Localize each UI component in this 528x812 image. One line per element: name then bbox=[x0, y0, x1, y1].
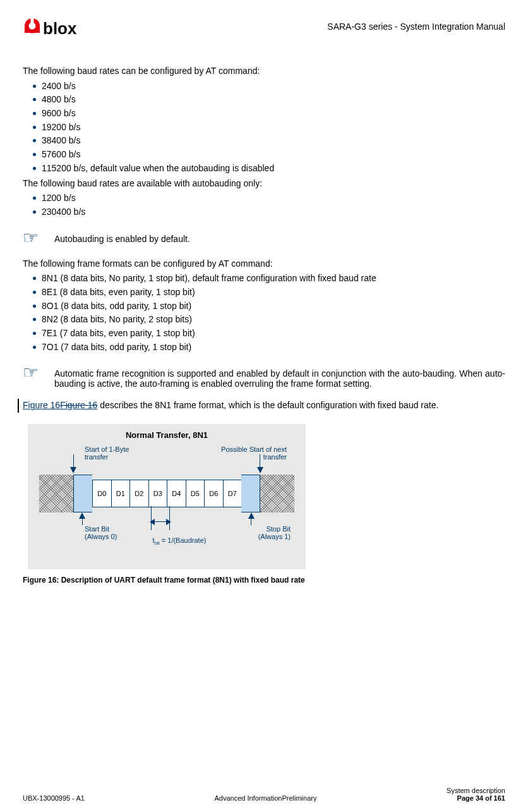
logo: blox bbox=[23, 18, 99, 45]
note-autoframing: ☞ Automatic frame recognition is support… bbox=[23, 364, 505, 389]
data-bit: D2 bbox=[129, 480, 149, 507]
list-item: 19200 b/s bbox=[33, 121, 505, 135]
arrow-line bbox=[73, 454, 74, 468]
data-bit: D1 bbox=[111, 480, 131, 507]
hatch-region bbox=[39, 475, 73, 512]
hatch-region bbox=[260, 475, 294, 512]
revision-marked-paragraph: Figure 16Figure 16 describes the 8N1 fra… bbox=[23, 399, 505, 413]
intro-baud-auto: The following baud rates are available w… bbox=[23, 177, 505, 191]
data-bit: D4 bbox=[167, 480, 186, 507]
diagram-title: Normal Transfer, 8N1 bbox=[28, 430, 306, 440]
data-bit: D7 bbox=[223, 480, 243, 507]
tbit-span-marker bbox=[151, 519, 170, 525]
uart-frame-diagram: Normal Transfer, 8N1 Start of 1-Byte tra… bbox=[28, 424, 306, 569]
svg-point-7 bbox=[29, 23, 36, 30]
figure-link-new[interactable]: Figure 16 bbox=[23, 400, 60, 410]
arrow-line bbox=[260, 454, 260, 468]
footer-section: System description bbox=[447, 787, 505, 794]
list-item: 8N1 (8 data bits, No parity, 1 stop bit)… bbox=[33, 272, 505, 286]
frame-list: 8N1 (8 data bits, No parity, 1 stop bit)… bbox=[23, 272, 505, 354]
change-bar-icon bbox=[18, 399, 19, 413]
note-text: Automatic frame recognition is supported… bbox=[54, 364, 505, 389]
pointing-hand-icon: ☞ bbox=[23, 364, 43, 382]
arrow-up-icon bbox=[79, 512, 85, 519]
list-item: 115200 b/s, default value when the autob… bbox=[33, 162, 505, 176]
next-transfer-label: Possible Start of next transfer bbox=[217, 445, 287, 461]
data-bit: D0 bbox=[92, 480, 112, 507]
list-item: 8O1 (8 data bits, odd parity, 1 stop bit… bbox=[33, 300, 505, 313]
waveform-row: D0 D1 D2 D3 D4 D5 D6 D7 bbox=[39, 475, 294, 512]
note-autobauding: ☞ Autobauding is enabled by default. bbox=[23, 229, 505, 247]
stop-bit-cell bbox=[241, 475, 260, 512]
svg-text:blox: blox bbox=[43, 19, 77, 38]
list-item: 4800 b/s bbox=[33, 93, 505, 107]
pointing-hand-icon: ☞ bbox=[23, 229, 43, 247]
list-item: 7O1 (7 data bits, odd parity, 1 stop bit… bbox=[33, 341, 505, 354]
svg-rect-8 bbox=[31, 18, 34, 23]
intro-frame: The following frame formats can be confi… bbox=[23, 257, 505, 271]
list-item: 2400 b/s bbox=[33, 80, 505, 94]
start-bit-label: Start Bit (Always 0) bbox=[85, 525, 117, 540]
page-header: blox SARA-G3 series - System Integration… bbox=[23, 18, 505, 45]
document-title: SARA-G3 series - System Integration Manu… bbox=[327, 18, 505, 32]
data-bit: D6 bbox=[204, 480, 224, 507]
figure-link-old: Figure 16 bbox=[60, 400, 97, 410]
stop-bit-label: Stop Bit (Always 1) bbox=[258, 525, 291, 540]
page-footer: UBX-13000995 - A1 Advanced InformationPr… bbox=[23, 787, 505, 802]
footer-status: Advanced InformationPreliminary bbox=[214, 794, 316, 802]
list-item: 38400 b/s bbox=[33, 134, 505, 148]
start-transfer-label: Start of 1-Byte transfer bbox=[85, 445, 148, 461]
start-bit-cell bbox=[73, 475, 92, 512]
footer-page-number: Page 34 of 161 bbox=[447, 794, 505, 802]
list-item: 8E1 (8 data bits, even parity, 1 stop bi… bbox=[33, 286, 505, 300]
data-bits-row: D0 D1 D2 D3 D4 D5 D6 D7 bbox=[92, 480, 241, 507]
figure-reference-text: Figure 16Figure 16 describes the 8N1 fra… bbox=[23, 399, 505, 413]
list-item: 9600 b/s bbox=[33, 107, 505, 121]
arrow-down-icon bbox=[257, 467, 263, 473]
tbit-label: tbit = 1/(Baudrate) bbox=[141, 536, 217, 546]
arrow-up-icon bbox=[248, 512, 255, 519]
list-item: 230400 b/s bbox=[33, 205, 505, 219]
arrow-down-icon bbox=[70, 467, 76, 473]
data-bit: D5 bbox=[186, 480, 205, 507]
note-text: Autobauding is enabled by default. bbox=[54, 229, 505, 244]
figure-ref-rest: describes the 8N1 frame format, which is… bbox=[97, 400, 438, 410]
intro-baud-config: The following baud rates can be configur… bbox=[23, 64, 505, 78]
baud-list-config: 2400 b/s 4800 b/s 9600 b/s 19200 b/s 384… bbox=[23, 80, 505, 176]
list-item: 7E1 (7 data bits, even parity, 1 stop bi… bbox=[33, 327, 505, 341]
baud-list-auto: 1200 b/s 230400 b/s bbox=[23, 191, 505, 219]
footer-doc-id: UBX-13000995 - A1 bbox=[23, 794, 85, 802]
data-bit: D3 bbox=[148, 480, 168, 507]
list-item: 8N2 (8 data bits, No parity, 2 stop bits… bbox=[33, 313, 505, 327]
figure-caption: Figure 16: Description of UART default f… bbox=[23, 576, 505, 585]
list-item: 1200 b/s bbox=[33, 191, 505, 205]
list-item: 57600 b/s bbox=[33, 148, 505, 162]
